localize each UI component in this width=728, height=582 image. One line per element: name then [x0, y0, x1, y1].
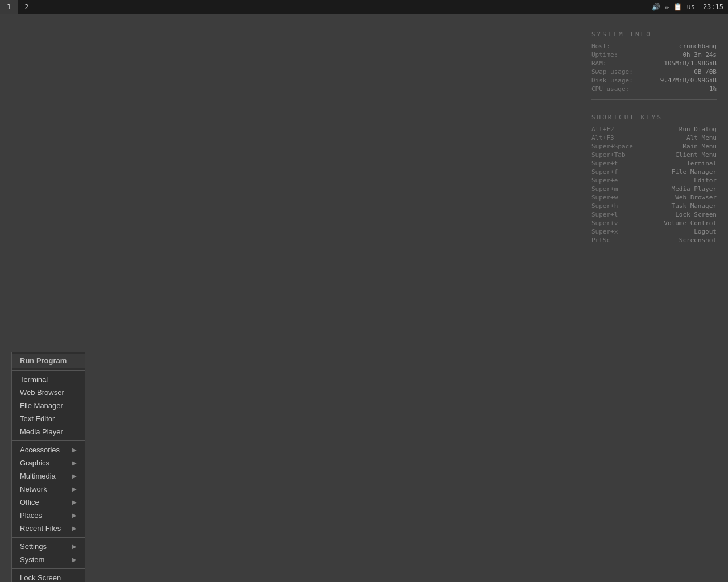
- shortcut-key-0: Alt+F2: [592, 126, 614, 133]
- shortcut-action-3: Client Menu: [675, 151, 717, 159]
- shortcut-keys-title: SHORTCUT KEYS: [592, 114, 717, 121]
- menu-item-terminal[interactable]: Terminal: [12, 373, 85, 386]
- shortcut-action-9: Task Manager: [672, 202, 717, 210]
- shortcut-action-6: Editor: [694, 177, 717, 184]
- ram-value: 105MiB/1.98GiB: [664, 60, 717, 67]
- context-menu: Run Program Terminal Web Browser File Ma…: [11, 352, 85, 582]
- shortcut-action-7: Media Player: [672, 185, 717, 193]
- clock: 23:15: [700, 3, 723, 11]
- shortcut-row-12: Super+xLogout: [592, 228, 717, 235]
- swap-label: Swap usage:: [592, 68, 633, 76]
- menu-item-text-editor[interactable]: Text Editor: [12, 412, 85, 425]
- shortcut-action-12: Logout: [694, 228, 717, 235]
- run-program-item[interactable]: Run Program: [12, 354, 85, 368]
- shortcut-action-2: Main Menu: [682, 143, 717, 150]
- menu-sep-2: [12, 440, 85, 441]
- settings-arrow: ▶: [72, 543, 77, 550]
- menu-item-multimedia[interactable]: Multimedia ▶: [12, 469, 85, 483]
- volume-icon[interactable]: 🔊: [652, 3, 660, 11]
- shortcut-key-3: Super+Tab: [592, 151, 626, 159]
- desktop[interactable]: SYSTEM INFO Host: crunchbang Uptime: 0h …: [0, 14, 728, 582]
- shortcut-row-6: Super+eEditor: [592, 177, 717, 184]
- shortcut-action-0: Run Dialog: [679, 126, 717, 133]
- shortcut-row-13: PrtScScreenshot: [592, 236, 717, 244]
- swap-value: 0B /0B: [694, 68, 717, 76]
- shortcut-row-10: Super+lLock Screen: [592, 211, 717, 218]
- shortcut-key-10: Super+l: [592, 211, 618, 218]
- shortcut-key-12: Super+x: [592, 228, 618, 235]
- menu-sep-4: [12, 568, 85, 569]
- places-arrow: ▶: [72, 512, 77, 518]
- shortcut-key-7: Super+m: [592, 185, 618, 193]
- menu-item-web-browser[interactable]: Web Browser: [12, 386, 85, 399]
- shortcut-action-10: Lock Screen: [675, 211, 717, 218]
- system-section: Settings ▶ System ▶: [12, 540, 85, 566]
- host-label: Host:: [592, 43, 610, 50]
- system-label: System: [20, 555, 44, 564]
- menu-item-accessories[interactable]: Accessories ▶: [12, 443, 85, 456]
- shortcut-action-5: File Manager: [672, 168, 717, 176]
- multimedia-label: Multimedia: [20, 472, 56, 480]
- shortcut-row-9: Super+hTask Manager: [592, 202, 717, 210]
- menu-item-recent-files[interactable]: Recent Files ▶: [12, 522, 85, 535]
- menu-sep-1: [12, 370, 85, 371]
- shortcut-action-8: Web Browser: [675, 194, 717, 201]
- shortcut-action-11: Volume Control: [664, 219, 717, 227]
- shortcut-rows: Alt+F2Run DialogAlt+F3Alt MenuSuper+Spac…: [592, 126, 717, 244]
- info-row-cpu: CPU usage: 1%: [592, 85, 717, 93]
- shortcut-key-6: Super+e: [592, 177, 618, 184]
- shortcut-keys-panel: SHORTCUT KEYS Alt+F2Run DialogAlt+F3Alt …: [592, 114, 717, 244]
- menu-item-settings[interactable]: Settings ▶: [12, 540, 85, 553]
- accessories-arrow: ▶: [72, 447, 77, 453]
- shortcut-row-7: Super+mMedia Player: [592, 185, 717, 193]
- disk-label: Disk usage:: [592, 77, 633, 84]
- info-row-disk: Disk usage: 9.47MiB/0.99GiB: [592, 77, 717, 84]
- info-row-swap: Swap usage: 0B /0B: [592, 68, 717, 76]
- disk-value: 9.47MiB/0.99GiB: [660, 77, 717, 84]
- bottom-section: Lock Screen Exit: [12, 571, 85, 582]
- menu-item-media-player[interactable]: Media Player: [12, 425, 85, 438]
- taskbar-left: 1 2: [0, 0, 652, 14]
- cpu-label: CPU usage:: [592, 85, 629, 93]
- shortcut-action-4: Terminal: [686, 160, 717, 167]
- workspace-1[interactable]: 1: [0, 0, 18, 14]
- accessories-label: Accessories: [20, 446, 60, 454]
- network-arrow: ▶: [72, 486, 77, 492]
- recent-files-arrow: ▶: [72, 525, 77, 531]
- shortcut-row-3: Super+TabClient Menu: [592, 151, 717, 159]
- menu-sep-3: [12, 537, 85, 538]
- shortcut-key-5: Super+f: [592, 168, 618, 176]
- cpu-value: 1%: [709, 85, 717, 93]
- multimedia-arrow: ▶: [72, 473, 77, 479]
- menu-item-network[interactable]: Network ▶: [12, 483, 85, 496]
- shortcut-action-1: Alt Menu: [686, 134, 717, 142]
- lang-indicator: us: [686, 3, 694, 11]
- edit-icon[interactable]: ✏: [665, 3, 669, 11]
- shortcut-row-2: Super+SpaceMain Menu: [592, 143, 717, 150]
- system-info-title: SYSTEM INFO: [592, 31, 717, 38]
- menu-item-file-manager[interactable]: File Manager: [12, 399, 85, 412]
- places-label: Places: [20, 511, 42, 519]
- menu-item-system[interactable]: System ▶: [12, 553, 85, 566]
- basic-items-section: Terminal Web Browser File Manager Text E…: [12, 373, 85, 438]
- menu-item-office[interactable]: Office ▶: [12, 496, 85, 509]
- office-arrow: ▶: [72, 499, 77, 505]
- shortcut-key-8: Super+w: [592, 194, 618, 201]
- shortcut-key-13: PrtSc: [592, 236, 610, 244]
- menu-item-lock-screen[interactable]: Lock Screen: [12, 571, 85, 582]
- recent-files-label: Recent Files: [20, 524, 61, 533]
- network-label: Network: [20, 485, 47, 493]
- menu-item-graphics[interactable]: Graphics ▶: [12, 456, 85, 469]
- info-row-uptime: Uptime: 0h 3m 24s: [592, 51, 717, 59]
- categories-section: Accessories ▶ Graphics ▶ Multimedia ▶ Ne…: [12, 443, 85, 535]
- workspace-2[interactable]: 2: [18, 0, 35, 14]
- shortcut-key-4: Super+t: [592, 160, 618, 167]
- shortcut-row-0: Alt+F2Run Dialog: [592, 126, 717, 133]
- uptime-value: 0h 3m 24s: [682, 51, 717, 59]
- office-label: Office: [20, 498, 39, 506]
- clipboard-icon[interactable]: 📋: [673, 3, 682, 11]
- info-row-ram: RAM: 105MiB/1.98GiB: [592, 60, 717, 67]
- graphics-arrow: ▶: [72, 460, 77, 466]
- menu-item-places[interactable]: Places ▶: [12, 509, 85, 522]
- host-value: crunchbang: [679, 43, 717, 50]
